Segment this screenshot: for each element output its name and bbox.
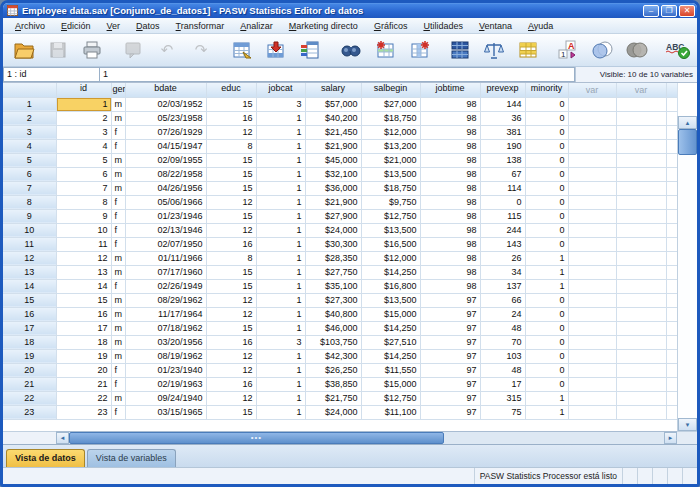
menu-ayuda[interactable]: Ayuda bbox=[520, 19, 561, 33]
data-cell[interactable]: $24,000 bbox=[305, 223, 361, 237]
data-cell[interactable]: 4 bbox=[56, 139, 111, 153]
data-cell[interactable]: 03/20/1956 bbox=[125, 335, 206, 349]
data-cell[interactable]: 17 bbox=[56, 321, 111, 335]
data-cell[interactable]: $27,510 bbox=[361, 335, 420, 349]
data-cell[interactable]: $40,200 bbox=[305, 111, 361, 125]
menu-ver[interactable]: Ver bbox=[99, 19, 129, 33]
column-header-salbegin[interactable]: salbegin bbox=[361, 83, 420, 97]
data-cell[interactable]: $28,350 bbox=[305, 251, 361, 265]
data-cell[interactable]: 20 bbox=[56, 363, 111, 377]
data-cell[interactable]: 48 bbox=[480, 363, 525, 377]
data-cell[interactable]: 1 bbox=[56, 97, 111, 111]
data-cell[interactable]: 07/26/1929 bbox=[125, 125, 206, 139]
var-cell[interactable] bbox=[616, 363, 666, 377]
row-header-cell[interactable]: 12 bbox=[3, 251, 56, 265]
spell-check-button[interactable]: ABC bbox=[662, 36, 694, 64]
data-cell[interactable]: 1 bbox=[256, 363, 305, 377]
data-cell[interactable]: 08/22/1958 bbox=[125, 167, 206, 181]
data-cell[interactable]: 16 bbox=[206, 237, 256, 251]
data-cell[interactable]: 7 bbox=[56, 181, 111, 195]
var-cell[interactable] bbox=[616, 265, 666, 279]
data-cell[interactable]: 05/06/1966 bbox=[125, 195, 206, 209]
data-cell[interactable]: 15 bbox=[206, 265, 256, 279]
row-header-cell[interactable]: 15 bbox=[3, 293, 56, 307]
var-cell[interactable] bbox=[568, 153, 616, 167]
data-cell[interactable]: 1 bbox=[525, 251, 568, 265]
data-cell[interactable]: 0 bbox=[525, 139, 568, 153]
data-cell[interactable]: 3 bbox=[256, 335, 305, 349]
data-cell[interactable]: $38,850 bbox=[305, 377, 361, 391]
data-cell[interactable]: $13,500 bbox=[361, 223, 420, 237]
var-cell[interactable] bbox=[568, 209, 616, 223]
data-cell[interactable]: 01/11/1966 bbox=[125, 251, 206, 265]
data-cell[interactable]: $18,750 bbox=[361, 111, 420, 125]
data-cell[interactable]: 0 bbox=[525, 335, 568, 349]
row-header-cell[interactable]: 23 bbox=[3, 405, 56, 419]
data-cell[interactable]: $18,750 bbox=[361, 181, 420, 195]
data-cell[interactable]: 103 bbox=[480, 349, 525, 363]
data-cell[interactable]: 15 bbox=[206, 167, 256, 181]
row-header-cell[interactable]: 11 bbox=[3, 237, 56, 251]
cell-editor[interactable]: 1 bbox=[100, 67, 575, 82]
data-cell[interactable]: m bbox=[111, 251, 125, 265]
data-cell[interactable]: $21,450 bbox=[305, 125, 361, 139]
menu-marketing-directo[interactable]: Marketing directo bbox=[281, 19, 366, 33]
vertical-scroll-thumb[interactable] bbox=[678, 129, 697, 155]
data-cell[interactable]: 18 bbox=[56, 335, 111, 349]
data-cell[interactable]: m bbox=[111, 153, 125, 167]
data-cell[interactable]: 67 bbox=[480, 167, 525, 181]
data-cell[interactable]: 07/18/1962 bbox=[125, 321, 206, 335]
data-cell[interactable]: 98 bbox=[420, 209, 480, 223]
data-cell[interactable]: f bbox=[111, 209, 125, 223]
insert-variable-button[interactable] bbox=[403, 36, 435, 64]
data-cell[interactable]: 10 bbox=[56, 223, 111, 237]
data-cell[interactable]: $27,000 bbox=[361, 97, 420, 111]
data-cell[interactable]: 0 bbox=[525, 97, 568, 111]
row-header-cell[interactable]: 1 bbox=[3, 97, 56, 111]
data-cell[interactable]: $13,500 bbox=[361, 167, 420, 181]
data-cell[interactable]: $16,800 bbox=[361, 279, 420, 293]
data-cell[interactable]: 1 bbox=[525, 391, 568, 405]
var-cell[interactable] bbox=[616, 321, 666, 335]
menu-datos[interactable]: Datos bbox=[128, 19, 168, 33]
data-cell[interactable]: 1 bbox=[256, 307, 305, 321]
recall-dialogs-button[interactable] bbox=[117, 36, 149, 64]
row-header-cell[interactable]: 8 bbox=[3, 195, 56, 209]
data-cell[interactable]: 1 bbox=[256, 139, 305, 153]
row-header-cell[interactable]: 3 bbox=[3, 125, 56, 139]
data-cell[interactable]: 01/23/1946 bbox=[125, 209, 206, 223]
row-header-cell[interactable]: 21 bbox=[3, 377, 56, 391]
find-button[interactable] bbox=[335, 36, 367, 64]
data-cell[interactable]: 98 bbox=[420, 153, 480, 167]
data-cell[interactable]: $35,100 bbox=[305, 279, 361, 293]
data-cell[interactable]: 97 bbox=[420, 405, 480, 419]
value-labels-button[interactable]: A 1 bbox=[553, 36, 585, 64]
var-cell[interactable] bbox=[568, 279, 616, 293]
data-cell[interactable]: 11/17/1964 bbox=[125, 307, 206, 321]
data-cell[interactable]: 0 bbox=[525, 293, 568, 307]
save-button[interactable] bbox=[42, 36, 74, 64]
column-header-id[interactable]: id bbox=[56, 83, 111, 97]
var-cell[interactable] bbox=[616, 167, 666, 181]
data-cell[interactable]: 36 bbox=[480, 111, 525, 125]
var-cell[interactable] bbox=[568, 167, 616, 181]
data-cell[interactable]: m bbox=[111, 167, 125, 181]
data-cell[interactable]: 3 bbox=[56, 125, 111, 139]
tab-variable-view[interactable]: Vista de variables bbox=[87, 449, 176, 467]
data-cell[interactable]: $21,900 bbox=[305, 195, 361, 209]
column-header-jobcat[interactable]: jobcat bbox=[256, 83, 305, 97]
data-cell[interactable]: $11,550 bbox=[361, 363, 420, 377]
data-cell[interactable]: 5 bbox=[56, 153, 111, 167]
var-cell[interactable] bbox=[616, 405, 666, 419]
data-cell[interactable]: 70 bbox=[480, 335, 525, 349]
data-cell[interactable]: 1 bbox=[525, 279, 568, 293]
data-cell[interactable]: 98 bbox=[420, 97, 480, 111]
data-cell[interactable]: 1 bbox=[256, 167, 305, 181]
data-cell[interactable]: 15 bbox=[206, 181, 256, 195]
data-cell[interactable]: $103,750 bbox=[305, 335, 361, 349]
data-cell[interactable]: 22 bbox=[56, 391, 111, 405]
data-cell[interactable]: $21,900 bbox=[305, 139, 361, 153]
var-cell[interactable] bbox=[568, 195, 616, 209]
data-cell[interactable]: 143 bbox=[480, 237, 525, 251]
data-cell[interactable]: 13 bbox=[56, 265, 111, 279]
